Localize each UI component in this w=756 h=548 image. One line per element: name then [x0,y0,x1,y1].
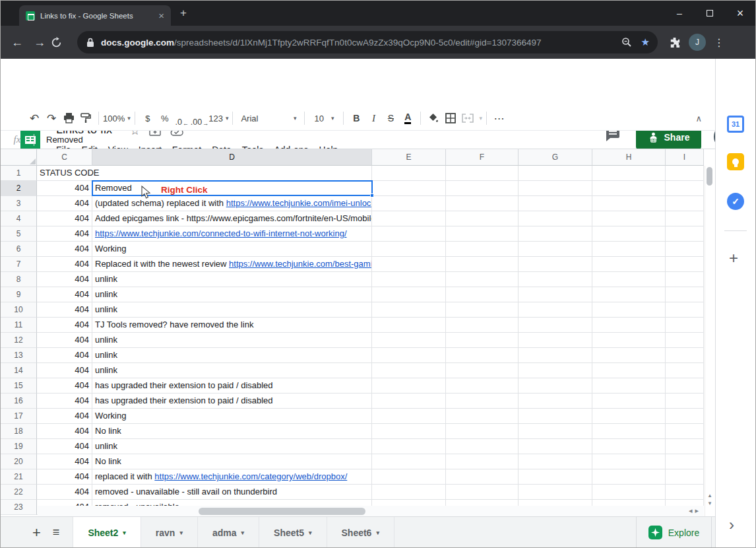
row-header-18[interactable]: 18 [1,424,37,439]
cell-E2[interactable] [372,181,446,196]
cell-D9[interactable]: unlink [92,287,372,302]
cell-C14[interactable]: 404 [37,363,92,378]
row-header-21[interactable]: 21 [1,469,37,485]
cell-I21[interactable] [666,469,704,485]
row-header-11[interactable]: 11 [1,318,37,333]
horizontal-scroll-arrows[interactable]: ◂▸ [689,506,701,515]
bookmark-star-icon[interactable]: ★ [641,36,650,48]
row-header-16[interactable]: 16 [1,394,37,409]
tasks-icon[interactable]: ✓ [727,193,744,210]
cell-C17[interactable]: 404 [37,409,92,424]
cell-F9[interactable] [446,287,519,302]
cell-I16[interactable] [666,394,704,409]
horizontal-scrollbar[interactable]: ◂▸ [38,506,704,516]
cell-D15[interactable]: has upgraded their extension to paid / d… [92,378,372,394]
cell-C16[interactable]: 404 [37,394,92,409]
undo-icon[interactable]: ↶ [26,110,43,127]
cell-E20[interactable] [372,454,446,469]
cell-D22[interactable]: removed - unavailable - still avail on t… [92,485,372,500]
cell-G22[interactable] [519,485,592,500]
cell-H18[interactable] [592,424,666,439]
sheet-tab-sheet2[interactable]: Sheet2▾ [73,517,141,548]
address-bar[interactable]: docs.google.com/spreadsheets/d/1lXnMj1Tf… [77,31,658,53]
decrease-decimal-button[interactable]: .0← [173,110,191,127]
cell-H21[interactable] [592,469,666,485]
back-button[interactable]: ← [6,36,28,50]
cell-C19[interactable]: 404 [37,439,92,454]
borders-icon[interactable] [442,110,459,127]
row-header-7[interactable]: 7 [1,257,37,272]
row-header-9[interactable]: 9 [1,287,37,302]
cell-C18[interactable]: 404 [37,424,92,439]
print-icon[interactable] [60,110,77,127]
cell-C22[interactable]: 404 [37,485,92,500]
italic-button[interactable]: I [365,110,382,127]
cell-F1[interactable] [446,166,519,181]
increase-decimal-button[interactable]: .00→ [191,110,208,127]
text-color-button[interactable]: A [399,110,416,127]
cell-F8[interactable] [446,272,519,287]
chevron-down-icon[interactable]: ▾ [376,530,379,536]
cell-E4[interactable] [372,211,446,226]
cell-C2[interactable]: 404 [37,181,92,196]
cell-I3[interactable] [666,196,704,211]
cell-I14[interactable] [666,363,704,378]
cell-H1[interactable] [592,166,666,181]
add-sheet-button[interactable]: + [32,526,41,539]
cell-I6[interactable] [666,242,704,257]
cell-G12[interactable] [519,333,592,348]
cell-G21[interactable] [519,469,592,485]
merge-cells-icon[interactable] [459,110,476,127]
row-header-13[interactable]: 13 [1,348,37,363]
reload-button[interactable] [51,37,73,48]
row-header-12[interactable]: 12 [1,333,37,348]
cell-H6[interactable] [592,242,666,257]
cell-H13[interactable] [592,348,666,363]
cell-C4[interactable]: 404 [37,211,92,226]
cell-I2[interactable] [666,181,704,196]
cell-D3[interactable]: (updated schema) replaced it with https:… [92,196,372,211]
cell-F6[interactable] [446,242,519,257]
cell-F17[interactable] [446,409,519,424]
formula-input[interactable]: Removed [46,135,83,145]
cell-H22[interactable] [592,485,666,500]
cell-D20[interactable]: No link [92,454,372,469]
cell-C13[interactable]: 404 [37,348,92,363]
cell-I15[interactable] [666,378,704,394]
more-toolbar-icon[interactable]: ⋯ [491,110,508,127]
cell-I5[interactable] [666,226,704,242]
fill-color-icon[interactable] [425,110,442,127]
cell-C3[interactable]: 404 [37,196,92,211]
row-header-10[interactable]: 10 [1,302,37,318]
row-header-6[interactable]: 6 [1,242,37,257]
extensions-icon[interactable] [668,36,681,49]
cell-D5[interactable]: https://www.techjunkie.com/connected-to-… [92,226,372,242]
cell-G14[interactable] [519,363,592,378]
cell-C6[interactable]: 404 [37,242,92,257]
cell-G3[interactable] [519,196,592,211]
cell-F4[interactable] [446,211,519,226]
browser-tab[interactable]: Links to fix - Google Sheets × [19,5,171,26]
cell-G17[interactable] [519,409,592,424]
cell-E22[interactable] [372,485,446,500]
cell-D7[interactable]: Replaced it with the newest review https… [92,257,372,272]
cell-D21[interactable]: replaced it with https://www.techjunkie.… [92,469,372,485]
row-header-3[interactable]: 3 [1,196,37,211]
row-header-19[interactable]: 19 [1,439,37,454]
cell-C21[interactable]: 404 [37,469,92,485]
new-tab-button[interactable]: + [180,7,187,18]
browser-profile-avatar[interactable]: J [689,34,706,51]
cell-E8[interactable] [372,272,446,287]
row-header-23[interactable]: 23 [1,500,37,515]
cell-G8[interactable] [519,272,592,287]
vertical-scrollbar[interactable]: ▴▾ [705,166,714,516]
cell-G11[interactable] [519,318,592,333]
cell-D11[interactable]: TJ Tools removed? have removed the link [92,318,372,333]
cell-C7[interactable]: 404 [37,257,92,272]
cell-C8[interactable]: 404 [37,272,92,287]
cell-H19[interactable] [592,439,666,454]
maximize-button[interactable] [695,1,725,26]
cell-E17[interactable] [372,409,446,424]
cell-E21[interactable] [372,469,446,485]
cell-F20[interactable] [446,454,519,469]
